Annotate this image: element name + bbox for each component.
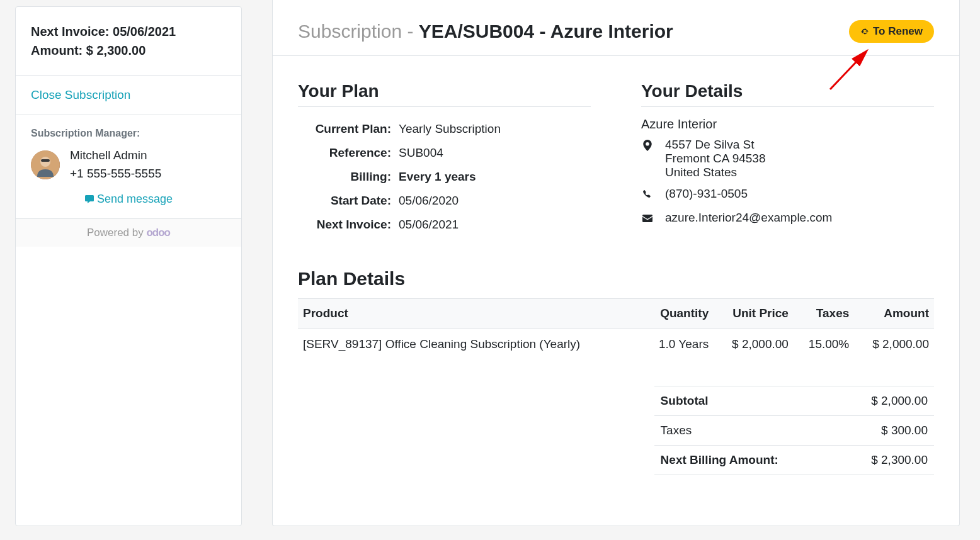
map-marker-icon	[641, 138, 654, 154]
next-invoice-date: 05/06/2021	[113, 25, 176, 38]
plan-details-table: Product Quantity Unit Price Taxes Amount…	[298, 298, 934, 361]
cell-product: [SERV_89137] Office Cleaning Subscriptio…	[298, 329, 642, 361]
refresh-icon	[860, 27, 869, 36]
plan-row-value: Yearly Subscription	[399, 122, 501, 136]
plan-details-title: Plan Details	[298, 268, 934, 290]
plan-row-value: 05/06/2020	[399, 194, 459, 208]
company-name: Azure Interior	[641, 117, 934, 132]
plan-row-label: Next Invoice:	[298, 218, 399, 232]
page-title: Subscription - YEA/SUB004 - Azure Interi…	[298, 21, 673, 42]
totals-row: Subtotal$ 2,000.00	[654, 386, 934, 415]
col-unit-price: Unit Price	[714, 299, 794, 329]
renew-badge[interactable]: To Renew	[849, 20, 934, 43]
totals-value: $ 300.00	[881, 424, 928, 437]
manager-phone: +1 555-555-5555	[70, 165, 161, 183]
plan-row: Next Invoice:05/06/2021	[298, 213, 591, 237]
totals-row: Taxes$ 300.00	[654, 415, 934, 445]
your-plan-title: Your Plan	[298, 81, 591, 107]
plan-row-label: Start Date:	[298, 194, 399, 208]
plan-row-label: Reference:	[298, 146, 399, 160]
envelope-icon	[641, 211, 654, 227]
col-product: Product	[298, 299, 642, 329]
your-details-section: Your Details Azure Interior 4557 De Silv…	[641, 81, 934, 237]
cell-amount: $ 2,000.00	[854, 329, 934, 361]
sidebar: Next Invoice: 05/06/2021 Amount: $ 2,300…	[15, 6, 242, 526]
plan-row-value: Every 1 years	[399, 170, 476, 184]
close-subscription-link[interactable]: Close Subscription	[31, 88, 130, 101]
phone-icon	[641, 187, 654, 203]
plan-row: Billing:Every 1 years	[298, 165, 591, 189]
col-taxes: Taxes	[794, 299, 854, 329]
title-main: YEA/SUB004 - Azure Interior	[419, 21, 673, 42]
manager-label: Subscription Manager:	[31, 128, 226, 139]
main-panel: Subscription - YEA/SUB004 - Azure Interi…	[272, 0, 960, 526]
plan-row-value: SUB004	[399, 146, 443, 160]
plan-row-value: 05/06/2021	[399, 218, 459, 232]
totals-row: Next Billing Amount:$ 2,300.00	[654, 445, 934, 475]
totals-value: $ 2,300.00	[871, 453, 928, 467]
col-amount: Amount	[854, 299, 934, 329]
phone: (870)-931-0505	[665, 187, 748, 201]
plan-row: Current Plan:Yearly Subscription	[298, 117, 591, 141]
next-invoice-label: Next Invoice:	[31, 25, 113, 38]
plan-row: Reference:SUB004	[298, 141, 591, 165]
manager-name: Mitchell Admin	[70, 147, 161, 165]
cell-unit_price: $ 2,000.00	[714, 329, 794, 361]
powered-by: Powered by odoo	[16, 218, 241, 247]
comment-icon	[84, 194, 94, 205]
cell-taxes: 15.00%	[794, 329, 854, 361]
plan-row-label: Billing:	[298, 170, 399, 184]
title-prefix: Subscription -	[298, 21, 419, 42]
plan-row: Start Date:05/06/2020	[298, 189, 591, 213]
totals-label: Next Billing Amount:	[661, 453, 778, 467]
cell-quantity: 1.0 Years	[642, 329, 714, 361]
plan-row-label: Current Plan:	[298, 122, 399, 136]
sidebar-summary: Next Invoice: 05/06/2021 Amount: $ 2,300…	[16, 7, 241, 75]
table-row: [SERV_89137] Office Cleaning Subscriptio…	[298, 329, 934, 361]
your-plan-section: Your Plan Current Plan:Yearly Subscripti…	[298, 81, 591, 237]
amount-value: $ 2,300.00	[86, 43, 146, 57]
odoo-logo: odoo	[146, 227, 170, 239]
totals-label: Subtotal	[661, 394, 709, 408]
address: 4557 De Silva St Fremont CA 94538 United…	[665, 138, 765, 179]
your-details-title: Your Details	[641, 81, 934, 107]
amount-label: Amount:	[31, 43, 86, 57]
send-message-link[interactable]: Send message	[31, 193, 226, 206]
totals-label: Taxes	[661, 424, 692, 437]
totals-value: $ 2,000.00	[871, 394, 928, 408]
col-quantity: Quantity	[642, 299, 714, 329]
totals: Subtotal$ 2,000.00Taxes$ 300.00Next Bill…	[654, 386, 934, 475]
svg-rect-2	[41, 159, 50, 162]
email: azure.Interior24@example.com	[665, 211, 832, 225]
avatar	[31, 150, 60, 179]
